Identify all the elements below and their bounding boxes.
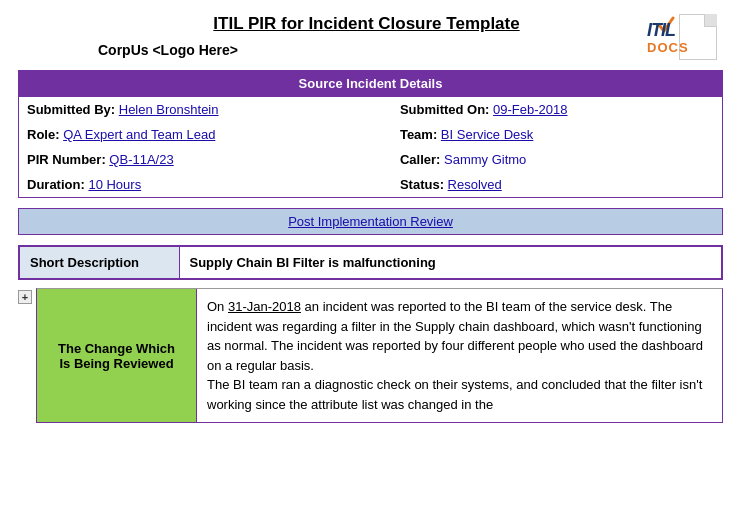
team-value: BI Service Desk: [441, 127, 533, 142]
status-value: Resolved: [448, 177, 502, 192]
pir-number-value: QB-11A/23: [109, 152, 173, 167]
page-title: ITIL PIR for Incident Closure Template: [98, 14, 635, 34]
submitted-by-label-cell: Submitted By: Helen Bronshtein: [19, 97, 392, 122]
role-label: Role:: [27, 127, 60, 142]
incident-details-table: Submitted By: Helen Bronshtein Submitted…: [18, 97, 723, 198]
change-label-cell: The Change WhichIs Being Reviewed: [37, 289, 197, 422]
header-area: ITIL PIR for Incident Closure Template C…: [18, 10, 723, 64]
logo-itil-text: ITIL: [647, 20, 675, 41]
short-desc-label: Short Description: [30, 255, 139, 270]
short-description-table: Short Description Supply Chain BI Filter…: [18, 245, 723, 280]
title-block: ITIL PIR for Incident Closure Template C…: [98, 10, 635, 62]
caller-value: Sammy Gitmo: [444, 152, 526, 167]
change-content-body: an incident was reported to the BI team …: [207, 299, 703, 412]
short-desc-value-cell: Supply Chain BI Filter is malfunctioning: [179, 246, 722, 279]
corp-logo: CorpUs <Logo Here>: [98, 42, 635, 58]
change-content-pre: On: [207, 299, 228, 314]
row-pir: PIR Number: QB-11A/23 Caller: Sammy Gitm…: [19, 147, 723, 172]
submitted-on-value: 09-Feb-2018: [493, 102, 567, 117]
submitted-by-label: Submitted By:: [27, 102, 115, 117]
caller-cell: Caller: Sammy Gitmo: [392, 147, 723, 172]
team-cell: Team: BI Service Desk: [392, 122, 723, 147]
submitted-by-value: Helen Bronshtein: [119, 102, 219, 117]
row-role: Role: QA Expert and Team Lead Team: BI S…: [19, 122, 723, 147]
change-content-date: 31-Jan-2018: [228, 299, 301, 314]
short-desc-value: Supply Chain BI Filter is malfunctioning: [190, 255, 436, 270]
row-submitted: Submitted By: Helen Bronshtein Submitted…: [19, 97, 723, 122]
change-content-cell: On 31-Jan-2018 an incident was reported …: [197, 289, 722, 422]
pir-number-cell: PIR Number: QB-11A/23: [19, 147, 392, 172]
row-duration: Duration: 10 Hours Status: Resolved: [19, 172, 723, 198]
short-desc-label-cell: Short Description: [19, 246, 179, 279]
team-label: Team:: [400, 127, 437, 142]
change-section-wrapper: + The Change WhichIs Being Reviewed On 3…: [36, 288, 723, 423]
change-section: The Change WhichIs Being Reviewed On 31-…: [36, 288, 723, 423]
short-desc-row: Short Description Supply Chain BI Filter…: [19, 246, 722, 279]
role-value: QA Expert and Team Lead: [63, 127, 215, 142]
role-cell: Role: QA Expert and Team Lead: [19, 122, 392, 147]
status-label: Status:: [400, 177, 444, 192]
duration-value: 10 Hours: [88, 177, 141, 192]
pir-number-label: PIR Number:: [27, 152, 106, 167]
source-incident-banner: Source Incident Details: [18, 70, 723, 97]
status-cell: Status: Resolved: [392, 172, 723, 198]
change-label: The Change WhichIs Being Reviewed: [58, 341, 175, 371]
submitted-on-cell: Submitted On: 09-Feb-2018: [392, 97, 723, 122]
page-wrapper: ITIL PIR for Incident Closure Template C…: [0, 0, 741, 433]
duration-label: Duration:: [27, 177, 85, 192]
duration-cell: Duration: 10 Hours: [19, 172, 392, 198]
logo-area: ITIL DOCS: [643, 12, 723, 64]
logo-docs-text: DOCS: [647, 40, 689, 55]
itil-docs-logo: ITIL DOCS: [647, 12, 719, 64]
pir-banner: Post Implementation Review: [18, 208, 723, 235]
submitted-on-label: Submitted On:: [400, 102, 490, 117]
expand-button[interactable]: +: [18, 290, 32, 304]
caller-label: Caller:: [400, 152, 440, 167]
